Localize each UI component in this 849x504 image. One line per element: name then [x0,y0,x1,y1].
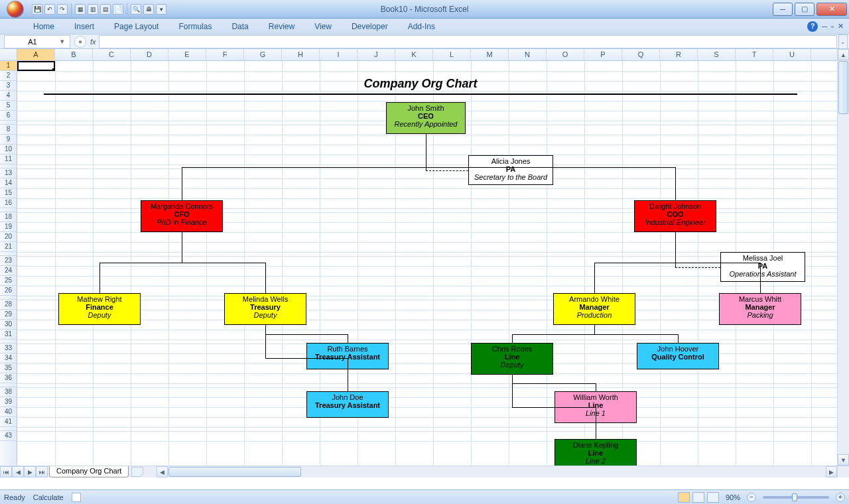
row-header[interactable]: 38 [0,387,17,397]
hscroll-thumb[interactable] [168,467,301,477]
column-header[interactable]: L [433,49,471,60]
column-header[interactable]: S [698,49,736,60]
row-header[interactable]: 31 [0,330,17,340]
row-header[interactable]: 23 [0,256,17,266]
row-header[interactable]: 11 [0,155,17,164]
column-header[interactable]: I [320,49,358,60]
column-header[interactable]: C [93,49,131,60]
org-node-mgrp[interactable]: Armando WhiteManagerProduction [553,293,635,325]
column-header[interactable]: P [584,49,622,60]
row-header[interactable]: 8 [0,125,17,135]
column-header[interactable]: J [358,49,395,60]
row-header[interactable]: 43 [0,431,17,441]
scroll-right-icon[interactable]: ▶ [826,466,837,477]
expand-formula-bar-icon[interactable]: ⌄ [838,34,848,49]
vscroll-thumb[interactable] [838,61,848,114]
row-header[interactable]: 2 [0,71,17,81]
zoom-thumb[interactable] [792,493,797,501]
minimize-button[interactable]: ─ [773,3,793,16]
row-header[interactable]: 28 [0,300,17,310]
row-header[interactable]: 33 [0,344,17,353]
page-break-view-icon[interactable] [707,492,719,503]
tab-developer[interactable]: Developer [348,20,392,33]
org-node-fin[interactable]: Mathew RightFinanceDeputy [58,293,141,325]
row-header[interactable]: 39 [0,397,17,407]
row-header[interactable]: 24 [0,266,17,276]
tab-data[interactable]: Data [228,20,252,33]
qat-icon-2[interactable]: ▥ [88,4,98,15]
org-node-line[interactable]: Chris RodesLineDeputy [471,343,553,375]
row-header[interactable]: 30 [0,320,17,330]
redo-icon[interactable]: ↷ [57,4,68,15]
print-icon[interactable]: 🖶 [143,4,154,15]
row-header[interactable]: 20 [0,232,17,242]
row-header[interactable]: 26 [0,286,17,296]
row-header[interactable]: 21 [0,242,17,252]
tab-addins[interactable]: Add-Ins [404,20,439,33]
column-header[interactable]: N [509,49,547,60]
row-header[interactable]: 35 [0,363,17,373]
row-header[interactable]: 10 [0,145,17,155]
horizontal-scrollbar[interactable]: ◀ ▶ [157,466,837,477]
org-node-pa2[interactable]: Melissa JoelPAOperations Assistant [720,252,805,282]
formula-input[interactable] [99,35,837,48]
help-icon[interactable]: ? [807,21,818,32]
tab-insert[interactable]: Insert [70,20,98,33]
row-header[interactable]: 9 [0,135,17,145]
org-node-ta2[interactable]: John DoeTreasury Assistant [306,391,389,418]
prev-sheet-icon[interactable]: ◀ [12,466,24,477]
row-headers[interactable]: 1234567891011121314151617181920212223242… [0,61,17,466]
row-header[interactable]: 16 [0,198,17,208]
org-node-qc[interactable]: John HooverQuality Control [637,343,719,369]
column-header[interactable]: A [17,49,55,60]
column-header[interactable]: H [282,49,320,60]
select-all-corner[interactable] [0,49,17,61]
scroll-down-icon[interactable]: ▼ [838,454,849,466]
org-node-trs[interactable]: Melinda WellsTreasuryDeputy [224,293,306,325]
restore-window-icon[interactable]: ▫ [831,23,834,31]
column-header[interactable]: B [55,49,93,60]
close-workbook-icon[interactable]: ✕ [838,22,844,31]
column-header[interactable]: O [547,49,584,60]
fx-label[interactable]: fx [90,38,96,46]
tab-page-layout[interactable]: Page Layout [110,20,163,33]
row-header[interactable]: 34 [0,353,17,363]
scroll-left-icon[interactable]: ◀ [157,466,168,477]
row-header[interactable]: 3 [0,81,17,91]
row-header[interactable]: 18 [0,212,17,222]
new-sheet-icon[interactable] [131,467,143,477]
org-node-pa1[interactable]: Alicia JonesPASecretary to the Board [468,155,553,185]
next-sheet-icon[interactable]: ▶ [24,466,36,477]
macro-record-icon[interactable] [72,493,81,502]
zoom-out-icon[interactable]: − [747,493,756,502]
row-header[interactable]: 6 [0,111,17,121]
last-sheet-icon[interactable]: ⏭ [36,466,48,477]
row-header[interactable]: 14 [0,178,17,188]
row-header[interactable]: 40 [0,407,17,417]
row-header[interactable]: 13 [0,168,17,178]
tab-formulas[interactable]: Formulas [174,20,216,33]
row-header[interactable]: 15 [0,188,17,198]
zoom-slider[interactable] [763,496,829,499]
qat-icon-4[interactable]: 📄 [113,4,123,15]
org-node-mgrk[interactable]: Marcus WhittManagerPacking [719,293,801,325]
name-box[interactable]: A1 ▾ [4,35,70,48]
first-sheet-icon[interactable]: ⏮ [0,466,12,477]
undo-icon[interactable]: ↶ [44,4,55,15]
maximize-button[interactable]: ▢ [795,3,815,16]
close-button[interactable]: ✕ [816,3,847,16]
org-node-ceo[interactable]: John SmithCEORecently Appointed [386,102,466,134]
row-header[interactable]: 4 [0,91,17,101]
qat-icon-3[interactable]: ▤ [100,4,111,15]
column-header[interactable]: U [773,49,811,60]
column-header[interactable]: E [168,49,206,60]
column-header[interactable]: M [471,49,509,60]
zoom-in-icon[interactable]: + [836,493,845,502]
column-header[interactable]: F [206,49,244,60]
row-header[interactable]: 29 [0,310,17,320]
column-header[interactable]: G [244,49,282,60]
page-layout-view-icon[interactable] [692,492,704,503]
zoom-percent[interactable]: 90% [726,493,740,501]
org-node-cfo[interactable]: Margarida ConnorsCFOPhD in Finance [141,200,223,232]
column-header[interactable]: R [660,49,698,60]
